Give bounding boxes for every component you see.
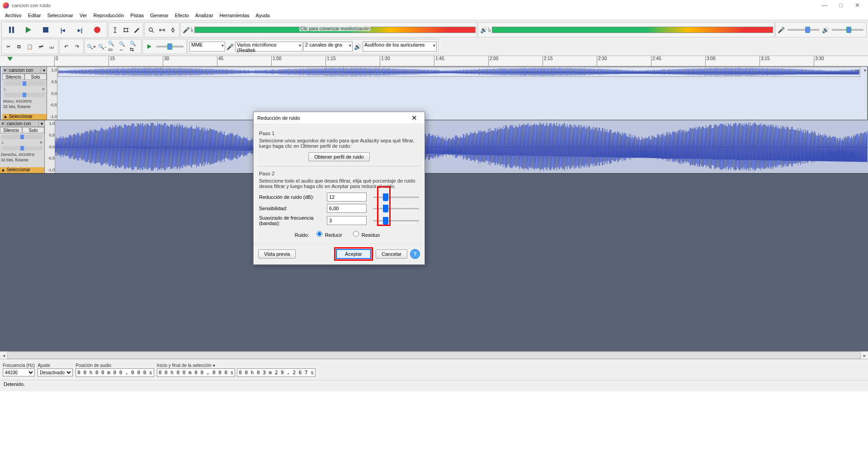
track-close-icon[interactable]: ✕ [0, 121, 6, 126]
silence-icon[interactable]: ⧢ [47, 42, 57, 52]
zoom-out-icon[interactable]: 🔍- [97, 42, 107, 52]
zoom-fit-icon[interactable]: 🔍↔ [119, 42, 129, 52]
play-button[interactable] [20, 24, 37, 36]
playback-device-select[interactable]: Audífono de los auriculares [363, 42, 437, 52]
microphone-icon: 🎤 [778, 27, 785, 33]
skip-start-button[interactable]: |◂ [55, 24, 71, 36]
playhead-marker-icon[interactable] [7, 57, 13, 61]
menu-archivo[interactable]: Archivo [2, 13, 25, 18]
close-button[interactable]: ✕ [849, 0, 865, 10]
solo-button[interactable]: Solo [22, 127, 44, 133]
track-close-icon[interactable]: ✕ [2, 68, 8, 73]
zoom-toggle-icon[interactable]: 🔍⇆ [130, 42, 140, 52]
gain-slider[interactable] [4, 81, 45, 86]
redo-icon[interactable]: ↷ [72, 42, 82, 52]
record-button[interactable] [89, 24, 105, 36]
track-name[interactable]: cancion con [8, 68, 41, 73]
timeline-ruler[interactable]: 0 15 30 45 1:00 1:15 1:30 1:45 2:00 2:15… [0, 56, 868, 66]
menu-ayuda[interactable]: Ayuda [253, 13, 273, 18]
track-control-panel[interactable]: ✕cancion con▾ SilencioSolo LR Derecho, 4… [0, 120, 45, 173]
get-noise-profile-button[interactable]: Obtener perfil de ruido [308, 152, 369, 161]
app-icon [3, 2, 9, 9]
track-menu-icon[interactable]: ▾ [38, 121, 44, 126]
track-select-button[interactable]: ▲ Seleccionar [2, 114, 47, 120]
selection-toolbar: Frecuencia (Hz) 44100 Ajuste Desactivado… [0, 359, 868, 380]
time-tick: 2:30 [597, 56, 651, 66]
track-vscale: 1,00,50,0-0,5-1,0 [47, 67, 57, 120]
track-waveform[interactable] [58, 67, 860, 77]
maximize-button[interactable]: □ [833, 0, 849, 10]
scroll-right-icon[interactable]: ▸ [861, 353, 868, 358]
pan-slider[interactable] [2, 146, 42, 150]
menu-editar[interactable]: Editar [25, 13, 44, 18]
reduce-radio[interactable]: Reducir [314, 232, 342, 238]
sensitivity-input[interactable] [327, 204, 367, 213]
track-menu-icon[interactable]: ▾ [41, 68, 47, 73]
envelope-tool-icon[interactable] [121, 25, 131, 35]
play-at-speed-button[interactable] [144, 42, 154, 52]
undo-icon[interactable]: ↶ [61, 42, 71, 52]
minimize-button[interactable]: — [816, 0, 833, 10]
playback-meter[interactable]: 🔊 LR [478, 22, 774, 38]
meter-lr-label: LR [191, 27, 193, 33]
menu-efecto[interactable]: Efecto [172, 13, 192, 18]
dialog-close-icon[interactable]: ✕ [407, 114, 421, 122]
draw-tool-icon[interactable] [132, 25, 142, 35]
menu-reproduccion[interactable]: Reproducción [90, 13, 127, 18]
menu-ver[interactable]: Ver [76, 13, 90, 18]
selection-end-value[interactable]: 0 0 h 0 3 m 2 9 , 2 6 7 s [237, 368, 316, 377]
paste-icon[interactable]: 📋 [25, 42, 35, 52]
preview-button[interactable]: Vista previa [258, 249, 296, 258]
audio-host-select[interactable]: MME [189, 42, 225, 52]
project-rate-select[interactable]: 44100 [3, 368, 35, 376]
help-icon[interactable]: ? [410, 249, 420, 259]
transport-toolbar: |◂ ▸| [1, 22, 107, 38]
track-control-panel[interactable]: ✕cancion con▾ SilencioSolo LR Mono, 4410… [2, 67, 47, 120]
dialog-titlebar[interactable]: Reducción de ruido ✕ [254, 112, 425, 124]
freq-smoothing-input[interactable] [327, 216, 367, 225]
pan-slider[interactable] [4, 93, 45, 97]
stop-button[interactable] [38, 24, 54, 36]
residue-radio[interactable]: Residuo [351, 232, 380, 238]
track-waveform[interactable] [55, 120, 868, 173]
pause-button[interactable] [3, 24, 19, 36]
multi-tool-icon[interactable] [168, 25, 178, 35]
playback-volume-slider[interactable] [832, 29, 863, 31]
horizontal-scrollbar[interactable]: ◂ ▸ [0, 351, 868, 359]
menu-analizar[interactable]: Analizar [192, 13, 217, 18]
audio-position-value[interactable]: 0 0 h 0 0 m 0 0 , 0 0 0 s [75, 368, 154, 377]
timeshift-tool-icon[interactable] [157, 25, 167, 35]
recording-meter[interactable]: 🎤 LR Clic para comenzar monitorización [180, 22, 477, 38]
gain-slider[interactable] [2, 135, 42, 139]
menu-herramientas[interactable]: Herramientas [217, 13, 253, 18]
cancel-button[interactable]: Cancelar [376, 249, 407, 258]
audio-position-field: Posición de audio 0 0 h 0 0 m 0 0 , 0 0 … [75, 363, 154, 377]
selection-tool-icon[interactable] [110, 25, 120, 35]
play-speed-slider[interactable] [156, 46, 184, 47]
zoom-tool-icon[interactable] [146, 25, 156, 35]
copy-icon[interactable]: ⧉ [14, 42, 24, 52]
trim-icon[interactable]: ⧣ [36, 42, 46, 52]
mute-button[interactable]: Silencio [2, 74, 24, 80]
zoom-in-icon[interactable]: 🔍+ [86, 42, 96, 52]
menu-pistas[interactable]: Pistas [127, 13, 147, 18]
solo-button[interactable]: Solo [24, 74, 47, 80]
recording-device-select[interactable]: Varios micrófonos (Realtek [235, 42, 302, 52]
microphone-icon: 🎤 [226, 43, 234, 50]
selection-start-value[interactable]: 0 0 h 0 0 m 0 0 , 0 0 0 s [157, 368, 236, 377]
scroll-left-icon[interactable]: ◂ [0, 353, 7, 358]
ok-button[interactable]: Aceptar [336, 249, 371, 259]
cut-icon[interactable]: ✂ [3, 42, 13, 52]
mute-button[interactable]: Silencio [0, 127, 22, 133]
menu-seleccionar[interactable]: Seleccionar [44, 13, 76, 18]
recording-volume-slider[interactable] [788, 29, 819, 31]
snap-select[interactable]: Desactivado [38, 368, 73, 376]
track-select-button[interactable]: ▲ Seleccionar [0, 167, 44, 173]
recording-channels-select[interactable]: 2 canales de gra [303, 42, 353, 52]
zoom-sel-icon[interactable]: 🔍▭ [108, 42, 118, 52]
speaker-icon: 🔊 [822, 27, 829, 33]
track-name[interactable]: cancion con [6, 121, 38, 126]
menu-generar[interactable]: Generar [147, 13, 171, 18]
skip-end-button[interactable]: ▸| [72, 24, 88, 36]
noise-reduction-input[interactable] [327, 193, 367, 202]
